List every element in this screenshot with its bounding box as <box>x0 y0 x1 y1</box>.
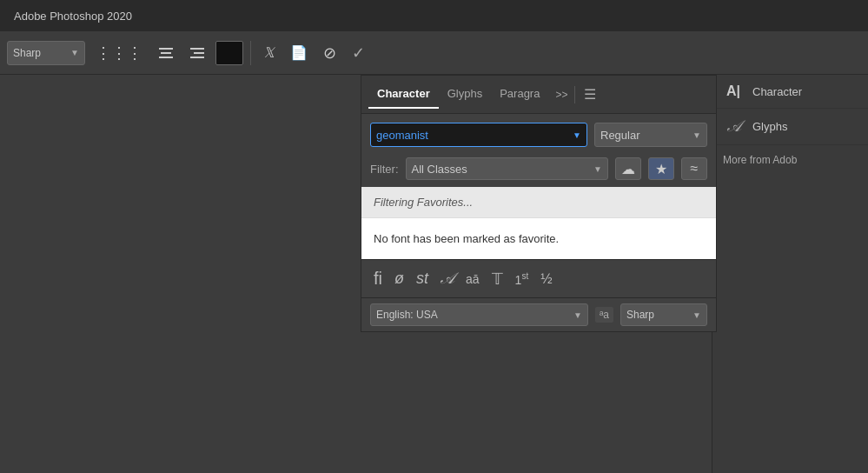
cancel-button[interactable]: ⊘ <box>318 41 341 65</box>
warp-text-button[interactable]: 𝕏 <box>258 41 280 65</box>
similar-filter-button[interactable]: ≈ <box>681 157 707 180</box>
sharpness-label: Sharp <box>626 309 692 321</box>
character-panel-icon: A| <box>723 83 744 99</box>
align-center-icon <box>158 45 174 61</box>
right-panel: A| Character 𝒜 Glyphs More from Adob <box>712 75 868 473</box>
font-style-dropdown[interactable]: Regular ▼ <box>594 123 707 147</box>
stylistic-alt-icon: 𝒜 <box>441 270 454 288</box>
ordinal-icon: ø <box>394 270 404 288</box>
svg-rect-3 <box>190 48 204 50</box>
typography-bar: fi ø st 𝒜 aā 𝕋 1st ½ <box>361 259 716 297</box>
case-icon: aā <box>466 272 480 286</box>
tab-glyphs[interactable]: Glyphs <box>439 80 491 109</box>
st-ligature-button[interactable]: st <box>413 268 432 290</box>
panel-tabs: Character Glyphs Paragra >> ☰ <box>361 76 716 114</box>
font-name-wrapper[interactable]: ▼ <box>370 123 587 147</box>
toolbar: Sharp ▼ ⋮⋮⋮ 𝕏 📄 ⊘ ✓ <box>0 31 868 75</box>
filter-row: Filter: All Classes ▼ ☁ ★ ≈ <box>361 154 716 187</box>
favorites-filter-button[interactable]: ★ <box>648 157 674 180</box>
right-panel-glyphs[interactable]: 𝒜 Glyphs <box>712 109 868 145</box>
superscript-icon: 1st <box>515 271 529 287</box>
font-name-arrow-icon[interactable]: ▼ <box>573 130 581 140</box>
antialiasing-label-badge: ªa <box>595 307 613 323</box>
cloud-filter-button[interactable]: ☁ <box>615 157 641 180</box>
font-style-arrow-icon: ▼ <box>692 130 701 140</box>
antialiasing-label: Sharp <box>13 47 41 59</box>
svg-rect-5 <box>190 57 204 58</box>
language-dropdown[interactable]: English: USA ▼ <box>370 303 588 326</box>
align-right-icon <box>189 45 205 61</box>
filter-dropdown[interactable]: All Classes ▼ <box>406 157 609 180</box>
cancel-icon: ⊘ <box>323 43 336 63</box>
filtering-header: Filtering Favorites... <box>361 187 716 218</box>
glyphs-panel-icon: 𝒜 <box>723 117 744 136</box>
main-area: Character Glyphs Paragra >> ☰ ▼ Regu <box>0 75 868 473</box>
fraction-button[interactable]: ½ <box>537 270 555 289</box>
filter-dropdown-arrow-icon: ▼ <box>593 164 602 174</box>
toolbar-separator-1 <box>250 41 251 65</box>
similar-icon: ≈ <box>691 161 699 177</box>
cloud-icon: ☁ <box>621 161 635 177</box>
character-panel: Character Glyphs Paragra >> ☰ ▼ Regu <box>361 75 717 332</box>
svg-rect-2 <box>159 57 173 58</box>
glyphs-panel-label: Glyphs <box>752 120 787 133</box>
svg-rect-1 <box>161 52 171 54</box>
filter-selected-label: All Classes <box>412 163 594 176</box>
case-button[interactable]: aā <box>462 270 483 288</box>
align-left-button[interactable]: ⋮⋮⋮ <box>90 41 148 65</box>
tab-spacing-button[interactable]: 𝕋 <box>488 268 507 290</box>
tab-character[interactable]: Character <box>368 80 439 109</box>
fi-ligature-button[interactable]: fi <box>370 267 386 290</box>
panel-menu-button[interactable]: ☰ <box>580 83 600 106</box>
more-from-adobe-label: More from Adob <box>712 145 868 175</box>
language-arrow-icon: ▼ <box>573 310 582 320</box>
filter-label: Filter: <box>370 163 399 176</box>
text-options-icon: 📄 <box>290 44 308 61</box>
st-ligature-icon: st <box>416 270 428 288</box>
app-title: Adobe Photoshop 2020 <box>14 10 132 23</box>
no-font-message: No font has been marked as favorite. <box>361 218 716 259</box>
commit-icon: ✓ <box>352 43 365 63</box>
antialiasing-arrow-icon: ▼ <box>70 48 79 57</box>
sharpness-dropdown[interactable]: Sharp ▼ <box>620 303 707 326</box>
language-label: English: USA <box>376 309 573 321</box>
sharpness-arrow-icon: ▼ <box>692 310 701 320</box>
superscript-button[interactable]: 1st <box>512 270 533 289</box>
ordinal-button[interactable]: ø <box>391 268 407 290</box>
fi-ligature-icon: fi <box>374 269 382 289</box>
right-panel-character[interactable]: A| Character <box>712 75 868 109</box>
text-color-swatch[interactable] <box>215 41 243 65</box>
text-options-button[interactable]: 📄 <box>285 41 313 65</box>
font-name-input[interactable] <box>376 129 569 142</box>
bottom-bar: English: USA ▼ ªa Sharp ▼ <box>361 297 716 331</box>
fraction-icon: ½ <box>540 271 552 287</box>
star-icon: ★ <box>655 161 667 177</box>
align-center-button[interactable] <box>153 41 179 65</box>
align-left-icon: ⋮⋮⋮ <box>96 43 142 63</box>
warp-text-icon: 𝕏 <box>263 44 275 61</box>
commit-button[interactable]: ✓ <box>347 41 370 65</box>
font-controls: ▼ Regular ▼ <box>361 114 716 154</box>
svg-rect-4 <box>194 52 204 54</box>
antialiasing-dropdown[interactable]: Sharp ▼ <box>7 41 85 65</box>
character-panel-label: Character <box>752 85 802 98</box>
dropdown-content: Filtering Favorites... No font has been … <box>361 187 716 259</box>
stylistic-alt-button[interactable]: 𝒜 <box>437 268 457 290</box>
title-bar: Adobe Photoshop 2020 <box>0 0 868 31</box>
svg-rect-0 <box>159 48 173 50</box>
more-tabs-button[interactable]: >> <box>552 85 571 104</box>
tab-paragraph[interactable]: Paragra <box>491 80 548 109</box>
tab-separator <box>574 86 575 103</box>
font-style-label: Regular <box>600 129 692 142</box>
align-right-button[interactable] <box>184 41 210 65</box>
tab-spacing-icon: 𝕋 <box>492 270 503 289</box>
